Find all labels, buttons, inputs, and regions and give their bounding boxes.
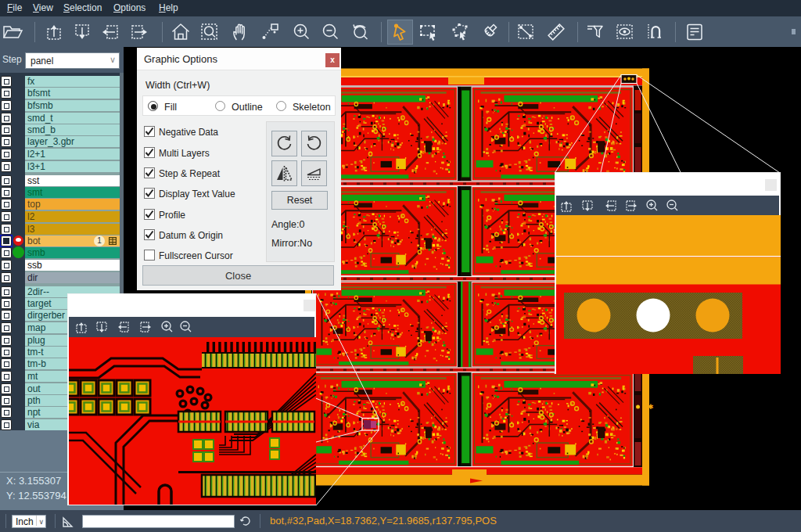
svg-text:✱: ✱ (648, 403, 654, 411)
